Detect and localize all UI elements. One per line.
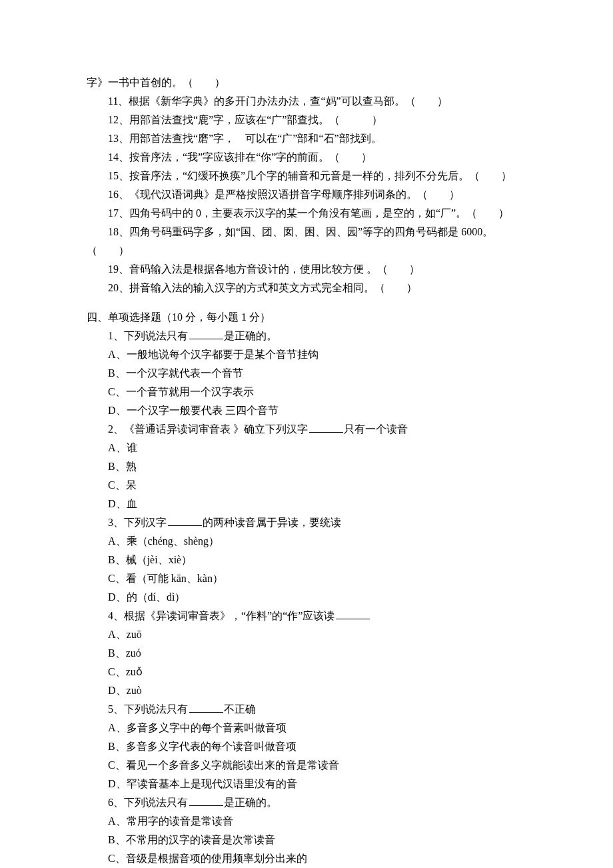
mcq-stem: 6、下列说法只有是正确的。 bbox=[87, 793, 526, 812]
mcq-stem: 5、下列说法只有不正确 bbox=[87, 700, 526, 719]
mcq-option: A、zuō bbox=[87, 625, 526, 644]
mcq-stem-post: 不正确 bbox=[224, 703, 256, 715]
mcq-option: D、的（dí、dì） bbox=[87, 588, 526, 607]
mcq-stem-post: 是正确的。 bbox=[224, 330, 277, 341]
tfq-item: 17、四角号码中的 0，主要表示汉字的某一个角没有笔画，是空的，如“厂”。（ ） bbox=[87, 204, 526, 223]
blank bbox=[189, 796, 223, 806]
mcq-stem-post: 的两种读音属于异读，要统读 bbox=[203, 517, 341, 528]
mcq-option: A、常用字的读音是常读音 bbox=[87, 812, 526, 831]
mcq-option: A、多音多义字中的每个音素叫做音项 bbox=[87, 719, 526, 737]
mcq-stem-post: 是正确的。 bbox=[224, 797, 277, 808]
mcq-stem: 1、下列说法只有是正确的。 bbox=[87, 327, 526, 345]
mcq-option: B、一个汉字就代表一个音节 bbox=[87, 364, 526, 383]
blank bbox=[168, 516, 202, 526]
mcq-option: C、呆 bbox=[87, 476, 526, 495]
mcq-option: C、音级是根据音项的使用频率划分出来的 bbox=[87, 849, 526, 868]
tfq-item-tail: （ ） bbox=[87, 241, 526, 260]
mcq-option: D、zuò bbox=[87, 681, 526, 700]
mcq-option: D、一个汉字一般要代表 三四个音节 bbox=[87, 401, 526, 420]
mcq-option: A、乘（chéng、shèng） bbox=[87, 532, 526, 551]
mcq-option: D、血 bbox=[87, 495, 526, 513]
mcq-stem-pre: 4、根据《异读词审音表》，“作料”的“作”应该读 bbox=[108, 610, 334, 621]
mcq-option: B、zuó bbox=[87, 644, 526, 663]
mcq-stem-pre: 6、下列说法只有 bbox=[108, 797, 188, 808]
mcq-option: B、多音多义字代表的每个读音叫做音项 bbox=[87, 737, 526, 756]
mcq-stem-pre: 3、下列汉字 bbox=[108, 517, 167, 528]
blank bbox=[336, 609, 370, 619]
tfq-item: 14、按音序法，“我”字应该排在“你”字的前面。（ ） bbox=[87, 148, 526, 167]
blank bbox=[309, 423, 343, 433]
mcq-stem-pre: 5、下列说法只有 bbox=[108, 703, 188, 715]
document-page: 字》一书中首创的。（ ） 11、根据《新华字典》的多开门办法办法，查“妈”可以查… bbox=[0, 0, 613, 868]
mcq-option: C、看（可能 kān、kàn） bbox=[87, 569, 526, 588]
tfq-item: 18、四角号码重码字多，如“国、团、囡、困、因、园”等字的四角号码都是 6000… bbox=[87, 223, 526, 241]
tfq-item: 20、拼音输入法的输入汉字的方式和英文方式完全相同。（ ） bbox=[87, 279, 526, 297]
continuation-line: 字》一书中首创的。（ ） bbox=[87, 73, 526, 92]
mcq-option: A、谁 bbox=[87, 439, 526, 457]
mcq-option: B、熟 bbox=[87, 457, 526, 476]
mcq-option: B、不常用的汉字的读音是次常读音 bbox=[87, 831, 526, 849]
tfq-item: 16、《现代汉语词典》是严格按照汉语拼音字母顺序排列词条的。（ ） bbox=[87, 185, 526, 204]
blank bbox=[189, 329, 223, 339]
mcq-stem-post: 只有一个读音 bbox=[344, 423, 408, 435]
section-4-header: 四、单项选择题（10 分，每小题 1 分） bbox=[87, 308, 526, 327]
mcq-option: C、一个音节就用一个汉字表示 bbox=[87, 383, 526, 401]
tfq-item: 19、音码输入法是根据各地方音设计的，使用比较方便 。（ ） bbox=[87, 260, 526, 279]
mcq-option: A、一般地说每个汉字都要于是某个音节挂钩 bbox=[87, 345, 526, 364]
mcq-option: C、zuǒ bbox=[87, 663, 526, 681]
mcq-stem: 2、《普通话异读词审音表 》确立下列汉字只有一个读音 bbox=[87, 420, 526, 439]
mcq-option: D、罕读音基本上是现代汉语里没有的音 bbox=[87, 775, 526, 793]
tfq-item: 13、用部首法查找“磨”字， 可以在“广”部和“石”部找到。 bbox=[87, 129, 526, 148]
mcq-option: B、械（jèi、xiè） bbox=[87, 551, 526, 569]
mcq-stem-pre: 2、《普通话异读词审音表 》确立下列汉字 bbox=[108, 423, 308, 435]
mcq-stem: 4、根据《异读词审音表》，“作料”的“作”应该读 bbox=[87, 607, 526, 625]
tfq-item: 15、按音序法，“幻缓环换痪”几个字的辅音和元音是一样的，排列不分先后。（ ） bbox=[87, 167, 526, 185]
blank bbox=[189, 703, 223, 713]
tfq-item: 12、用部首法查找“鹿”字，应该在“广”部查找。（ ） bbox=[87, 111, 526, 129]
tfq-item: 11、根据《新华字典》的多开门办法办法，查“妈”可以查马部。（ ） bbox=[87, 92, 526, 111]
mcq-stem: 3、下列汉字的两种读音属于异读，要统读 bbox=[87, 513, 526, 532]
mcq-option: C、看见一个多音多义字就能读出来的音是常读音 bbox=[87, 756, 526, 775]
mcq-stem-pre: 1、下列说法只有 bbox=[108, 330, 188, 341]
